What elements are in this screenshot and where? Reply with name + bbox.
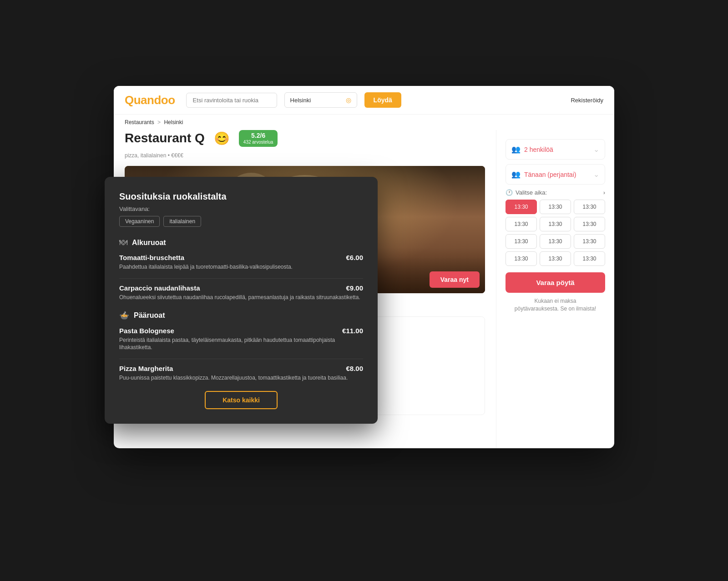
people-icon: 👥	[511, 145, 521, 154]
search-input[interactable]	[186, 93, 277, 108]
happy-emoji: 😊	[214, 131, 230, 146]
menu-item-desc: Perinteistä italialaista pastaa, täytelä…	[119, 336, 363, 352]
location-input[interactable]	[290, 97, 343, 104]
booking-sidebar: 👥 2 henkilöä ⌄ 👥 Tänaan (perjantai) ⌄ 🕐	[496, 130, 614, 448]
breadcrumb-restaurants[interactable]: Restaurants	[125, 119, 154, 125]
time-slot[interactable]: 13:30	[574, 234, 605, 249]
date-option-left: 👥 Tänaan (perjantai)	[511, 170, 576, 179]
breadcrumb-separator: >	[157, 119, 161, 125]
time-slot[interactable]: 13:30	[574, 200, 605, 214]
calendar-icon: 👥	[511, 170, 521, 179]
menu-tags-label: Valittavana:	[119, 205, 363, 212]
time-slot[interactable]: 13:30	[540, 234, 571, 249]
menu-item-price: €6.00	[346, 254, 363, 261]
time-label: 🕐 Valitse aika: ›	[506, 189, 605, 196]
menu-item-name: Pasta Bolognese	[119, 327, 174, 335]
menu-item: Pizza Margherita €8.00 Puu-uunissa paist…	[119, 365, 363, 382]
restaurant-meta: pizza, italialainen • €€€€	[125, 152, 485, 159]
restaurant-title: Restaurant Q	[125, 131, 205, 145]
people-option-left: 👥 2 henkilöä	[511, 145, 553, 154]
menu-item-name: Tomaatti-bruschetta	[119, 254, 184, 261]
nav-bar: Quandoo ◎ Löydä Rekisteröidy	[114, 86, 614, 115]
menu-item-price: €11.00	[342, 327, 363, 335]
menu-item-desc: Ohuenalueeksi siivutettua naudanlihaa ru…	[119, 294, 363, 301]
location-icon: ◎	[346, 96, 351, 104]
see-all-button[interactable]: Katso kaikki	[205, 391, 278, 409]
time-slot[interactable]: 13:30	[574, 251, 605, 266]
menu-item: Tomaatti-bruschetta €6.00 Paahdettua ita…	[119, 254, 363, 271]
people-label: 2 henkilöä	[524, 146, 553, 153]
menu-tag[interactable]: Vegaaninen	[119, 216, 160, 227]
menu-section-title: Pääruoat	[134, 311, 165, 320]
menu-tag[interactable]: italialainen	[163, 216, 201, 227]
menu-item-desc: Paahdettua italialaista leipää ja tuoret…	[119, 263, 363, 271]
date-label: Tänaan (perjantai)	[524, 171, 576, 178]
menu-section-title: Alkuruoat	[132, 239, 166, 247]
menu-item-name: Carpaccio naudanlihasta	[119, 284, 200, 292]
people-selector[interactable]: 👥 2 henkilöä ⌄	[506, 139, 605, 160]
menu-item-price: €9.00	[346, 284, 363, 292]
review-count: 432 arvostelua	[243, 140, 273, 145]
logo[interactable]: Quandoo	[125, 93, 175, 107]
chevron-down-icon: ⌄	[593, 145, 599, 154]
menu-item-name: Pizza Margherita	[119, 365, 173, 372]
restaurant-header: Restaurant Q 😊 5.2/6 432 arvostelua	[125, 130, 485, 147]
chevron-right-icon: ›	[603, 189, 605, 196]
location-input-wrap: ◎	[284, 92, 357, 108]
date-selector[interactable]: 👥 Tänaan (perjantai) ⌄	[506, 164, 605, 185]
menu-tags: Vegaaninenitalialainen	[119, 216, 363, 227]
time-slots-grid: 13:3013:3013:3013:3013:3013:3013:3013:30…	[506, 200, 605, 266]
time-slot[interactable]: 13:30	[574, 217, 605, 231]
time-clock-icon: 🕐	[506, 189, 513, 196]
menu-overlay-title: Suosituksia ruokalistalta	[119, 191, 363, 202]
time-select-text: Valitse aika:	[516, 189, 547, 196]
time-slot[interactable]: 13:30	[540, 217, 571, 231]
free-note-line2: pöytävarauksesta. Se on ilmaista!	[515, 306, 596, 312]
book-table-button[interactable]: Varaa pöytä	[506, 272, 605, 293]
time-slot[interactable]: 13:30	[506, 200, 537, 214]
free-note-line1: Kukaan ei maksa	[534, 298, 576, 304]
chevron-down-icon-2: ⌄	[593, 170, 599, 179]
booking-free-note: Kukaan ei maksa pöytävarauksesta. Se on …	[506, 297, 605, 313]
menu-section-icon: 🍲	[119, 311, 129, 321]
register-link[interactable]: Rekisteröidy	[571, 97, 603, 104]
time-slot[interactable]: 13:30	[506, 251, 537, 266]
time-slot[interactable]: 13:30	[506, 217, 537, 231]
time-slot[interactable]: 13:30	[506, 234, 537, 249]
time-slot[interactable]: 13:30	[540, 251, 571, 266]
time-slot[interactable]: 13:30	[540, 200, 571, 214]
breadcrumb: Restaurants > Helsinki	[114, 115, 614, 130]
menu-overlay: Suosituksia ruokalistalta Valittavana: V…	[105, 177, 378, 424]
breadcrumb-helsinki[interactable]: Helsinki	[164, 119, 183, 125]
menu-item: Carpaccio naudanlihasta €9.00 Ohuenaluee…	[119, 284, 363, 301]
rating-badge: 5.2/6 432 arvostelua	[239, 130, 278, 147]
menu-section: 🍽 Alkuruoat Tomaatti-bruschetta €6.00 Pa…	[119, 238, 363, 301]
menu-section-icon: 🍽	[119, 238, 127, 247]
find-button[interactable]: Löydä	[364, 92, 401, 108]
book-now-photo-button[interactable]: Varaa nyt	[430, 271, 480, 288]
rating-value: 5.2/6	[251, 132, 265, 140]
menu-item-price: €8.00	[346, 365, 363, 372]
menu-section: 🍲 Pääruoat Pasta Bolognese €11.00 Perint…	[119, 311, 363, 382]
menu-item-desc: Puu-uunissa paistettu klassikkopizza. Mo…	[119, 374, 363, 382]
menu-item: Pasta Bolognese €11.00 Perinteistä itali…	[119, 327, 363, 352]
